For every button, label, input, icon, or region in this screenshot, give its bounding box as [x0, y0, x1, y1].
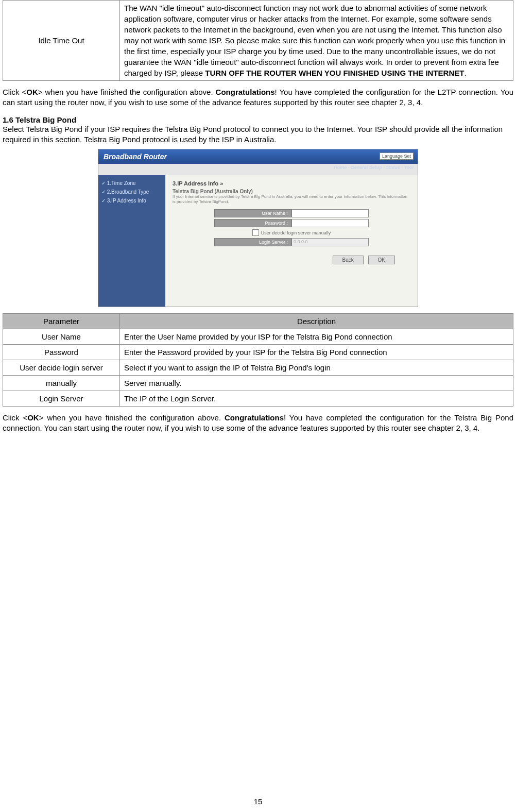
panel-note: If your Internet service is provided by … [173, 194, 410, 204]
router-top-tabs[interactable]: Home · General Setup · Status · Tool [334, 165, 414, 170]
panel-subheading: Telstra Big Pond (Australia Only) [173, 189, 410, 194]
ok-button[interactable]: OK [368, 256, 395, 264]
paragraph-l2tp-complete: Click <OK> when you have finished the co… [3, 87, 513, 108]
col-header-parameter: Parameter [3, 314, 120, 329]
table-row: User Name Enter the User Name provided b… [3, 329, 513, 345]
section-heading: 1.6 Telstra Big Pond [3, 115, 513, 124]
param-cell: manually [3, 376, 120, 391]
p2-ok: OK [27, 413, 39, 422]
p1-mid1: > when you have finished the configurati… [38, 88, 216, 96]
sidebar-item-ip-address-info[interactable]: ✓ 3.IP Address Info [101, 198, 162, 204]
sidebar-item-broadband-type[interactable]: ✓ 2.Broadband Type [101, 189, 162, 195]
back-button[interactable]: Back [333, 256, 364, 264]
checkbox-manual-login-server[interactable] [252, 229, 259, 236]
parameter-table: Parameter Description User Name Enter th… [3, 313, 513, 407]
p2-mid1: > when you have finished the configurati… [39, 413, 225, 422]
table-row: Password Enter the Password provided by … [3, 345, 513, 360]
page-number: 15 [0, 797, 516, 806]
router-screenshot: Broadband Router Language Set Home · Gen… [98, 149, 418, 307]
checkbox-label: User decide login server manually [261, 230, 331, 235]
desc-cell: Server manually. [120, 376, 513, 391]
paragraph-bigpond-complete: Click <OK> when you have finished the co… [3, 413, 513, 434]
desc-cell: Enter the Password provided by your ISP … [120, 345, 513, 360]
col-header-description: Description [120, 314, 513, 329]
label-username: User Name : [214, 209, 291, 217]
param-cell: User Name [3, 329, 120, 345]
param-cell: User decide login server [3, 360, 120, 376]
router-main-panel: 3.IP Address Info » Telstra Big Pond (Au… [165, 175, 418, 307]
table-row: manually Server manually. [3, 376, 513, 391]
input-username[interactable] [291, 209, 369, 217]
idle-timeout-param: Idle Time Out [3, 1, 120, 81]
param-cell: Login Server [3, 391, 120, 407]
input-login-server[interactable]: 0.0.0.0 [291, 238, 369, 246]
p1-congrats: Congratulations [216, 88, 275, 96]
p1-ok: OK [26, 88, 38, 96]
desc-text: The WAN "idle timeout" auto-disconnect f… [124, 4, 505, 77]
p2-pre: Click < [3, 413, 27, 422]
panel-heading: 3.IP Address Info » [173, 180, 410, 187]
desc-cell: Enter the User Name provided by your ISP… [120, 329, 513, 345]
label-password: Password : [214, 219, 291, 227]
section-heading-desc: Select Telstra Big Pond if your ISP requ… [3, 124, 513, 145]
sidebar-item-timezone[interactable]: ✓ 1.Time Zone [101, 180, 162, 186]
label-login-server: Login Server : [214, 238, 291, 246]
param-cell: Password [3, 345, 120, 360]
language-select[interactable]: Language Set [380, 153, 414, 160]
table-row: User decide login server Select if you w… [3, 360, 513, 376]
desc-cell: The IP of the Login Server. [120, 391, 513, 407]
table-row: Login Server The IP of the Login Server. [3, 391, 513, 407]
idle-timeout-table: Idle Time Out The WAN "idle timeout" aut… [3, 0, 513, 81]
router-title: Broadband Router [104, 153, 167, 161]
idle-timeout-desc: The WAN "idle timeout" auto-disconnect f… [120, 1, 513, 81]
p1-pre: Click < [3, 88, 26, 96]
input-password[interactable] [291, 219, 369, 227]
p2-congrats: Congratulations [225, 413, 284, 422]
router-sidebar: ✓ 1.Time Zone ✓ 2.Broadband Type ✓ 3.IP … [98, 175, 165, 307]
desc-end: . [464, 69, 466, 77]
router-title-bar: Broadband Router Language Set Home · Gen… [98, 149, 418, 164]
desc-bold: TURN OFF THE ROUTER WHEN YOU FINISHED US… [205, 69, 464, 77]
desc-cell: Select if you want to assign the IP of T… [120, 360, 513, 376]
